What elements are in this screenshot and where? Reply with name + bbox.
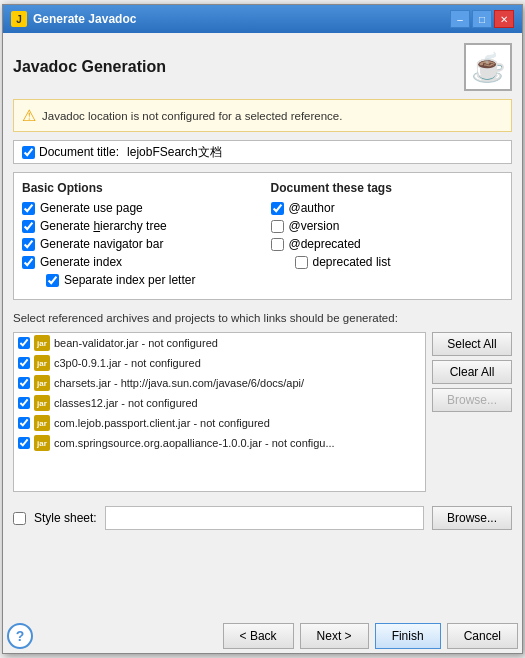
title-controls: – □ ✕ [450,10,514,28]
jar-icon-3: jar [34,375,50,391]
footer-right: < Back Next > Finish Cancel [223,623,518,649]
separate-index-checkbox[interactable] [46,274,59,287]
footer: ? < Back Next > Finish Cancel [3,615,522,653]
close-button[interactable]: ✕ [494,10,514,28]
archives-section: jar bean-validator.jar - not configured … [13,332,512,492]
next-button[interactable]: Next > [300,623,369,649]
doc-title-label: Document title: [22,145,119,159]
stylesheet-row: Style sheet: Browse... [13,500,512,530]
archive-checkbox-1[interactable] [18,337,30,349]
author-tag-checkbox[interactable] [271,202,284,215]
jar-icon-5: jar [34,415,50,431]
title-bar: J Generate Javadoc – □ ✕ [3,5,522,33]
help-button[interactable]: ? [7,623,33,649]
deprecated-tag-item: @deprecated [271,237,504,251]
doc-title-row: Document title: [13,140,512,164]
cancel-button[interactable]: Cancel [447,623,518,649]
jar-icon-6: jar [34,435,50,451]
archive-checkbox-6[interactable] [18,437,30,449]
author-tag-label: @author [289,201,335,215]
separate-index-item: Separate index per letter [46,273,255,287]
doc-title-text: Document title: [39,145,119,159]
separate-index-label: Separate index per letter [64,273,195,287]
finish-button[interactable]: Finish [375,623,441,649]
deprecated-list-item: deprecated list [295,255,504,269]
basic-options-title: Basic Options [22,181,255,195]
generate-use-page-label: Generate use page [40,201,143,215]
stylesheet-label: Style sheet: [34,511,97,525]
archive-checkbox-4[interactable] [18,397,30,409]
version-tag-label: @version [289,219,340,233]
generate-navigator-item: Generate navigator bar [22,237,255,251]
archives-buttons: Select All Clear All Browse... [432,332,512,492]
deprecated-list-checkbox[interactable] [295,256,308,269]
doc-tags-section: Document these tags @author @version @de… [271,181,504,291]
window-icon: J [11,11,27,27]
generate-navigator-label: Generate navigator bar [40,237,163,251]
archive-text-1: bean-validator.jar - not configured [54,337,218,349]
warning-text: Javadoc location is not configured for a… [42,110,342,122]
back-button[interactable]: < Back [223,623,294,649]
archive-item-5[interactable]: jar com.lejob.passport.client.jar - not … [14,413,425,433]
archives-label: Select referenced archives and projects … [13,312,512,324]
archive-text-5: com.lejob.passport.client.jar - not conf… [54,417,270,429]
archive-text-6: com.springsource.org.aopalliance-1.0.0.j… [54,437,335,449]
generate-hierarchy-label: Generate hierarchy tree [40,219,167,233]
archive-item-1[interactable]: jar bean-validator.jar - not configured [14,333,425,353]
jar-icon-2: jar [34,355,50,371]
archive-checkbox-5[interactable] [18,417,30,429]
basic-options-section: Basic Options Generate use page Generate… [22,181,255,291]
archive-item-6[interactable]: jar com.springsource.org.aopalliance-1.0… [14,433,425,453]
minimize-button[interactable]: – [450,10,470,28]
archive-item-2[interactable]: jar c3p0-0.9.1.jar - not configured [14,353,425,373]
generate-index-label: Generate index [40,255,122,269]
archive-checkbox-2[interactable] [18,357,30,369]
browse-archives-button[interactable]: Browse... [432,388,512,412]
clear-all-button[interactable]: Clear All [432,360,512,384]
warning-icon: ⚠ [22,106,36,125]
main-window: J Generate Javadoc – □ ✕ Javadoc Generat… [2,4,523,654]
generate-index-item: Generate index [22,255,255,269]
generate-index-checkbox[interactable] [22,256,35,269]
archive-text-2: c3p0-0.9.1.jar - not configured [54,357,201,369]
generate-hierarchy-item: Generate hierarchy tree [22,219,255,233]
archive-text-4: classes12.jar - not configured [54,397,198,409]
archive-item-3[interactable]: jar charsets.jar - http://java.sun.com/j… [14,373,425,393]
warning-bar: ⚠ Javadoc location is not configured for… [13,99,512,132]
header-title: Javadoc Generation [13,58,166,76]
deprecated-tag-label: @deprecated [289,237,361,251]
stylesheet-browse-button[interactable]: Browse... [432,506,512,530]
footer-left: ? [7,623,33,649]
stylesheet-input[interactable] [105,506,424,530]
content-area: Javadoc Generation ☕ ⚠ Javadoc location … [3,33,522,615]
doc-title-input[interactable] [127,145,503,159]
version-tag-checkbox[interactable] [271,220,284,233]
deprecated-tag-checkbox[interactable] [271,238,284,251]
generate-hierarchy-checkbox[interactable] [22,220,35,233]
title-bar-left: J Generate Javadoc [11,11,136,27]
stylesheet-checkbox[interactable] [13,512,26,525]
generate-navigator-checkbox[interactable] [22,238,35,251]
archive-checkbox-3[interactable] [18,377,30,389]
archive-text-3: charsets.jar - http://java.sun.com/javas… [54,377,304,389]
archives-list[interactable]: jar bean-validator.jar - not configured … [13,332,426,492]
version-tag-item: @version [271,219,504,233]
doc-title-checkbox[interactable] [22,146,35,159]
author-tag-item: @author [271,201,504,215]
generate-use-page-item: Generate use page [22,201,255,215]
main-panel: Basic Options Generate use page Generate… [13,172,512,300]
javadoc-icon: ☕ [464,43,512,91]
archive-item-4[interactable]: jar classes12.jar - not configured [14,393,425,413]
generate-use-page-checkbox[interactable] [22,202,35,215]
window-title: Generate Javadoc [33,12,136,26]
header-section: Javadoc Generation ☕ [13,43,512,91]
doc-tags-title: Document these tags [271,181,504,195]
maximize-button[interactable]: □ [472,10,492,28]
panel-columns: Basic Options Generate use page Generate… [22,181,503,291]
jar-icon-4: jar [34,395,50,411]
select-all-button[interactable]: Select All [432,332,512,356]
jar-icon-1: jar [34,335,50,351]
deprecated-list-label: deprecated list [313,255,391,269]
